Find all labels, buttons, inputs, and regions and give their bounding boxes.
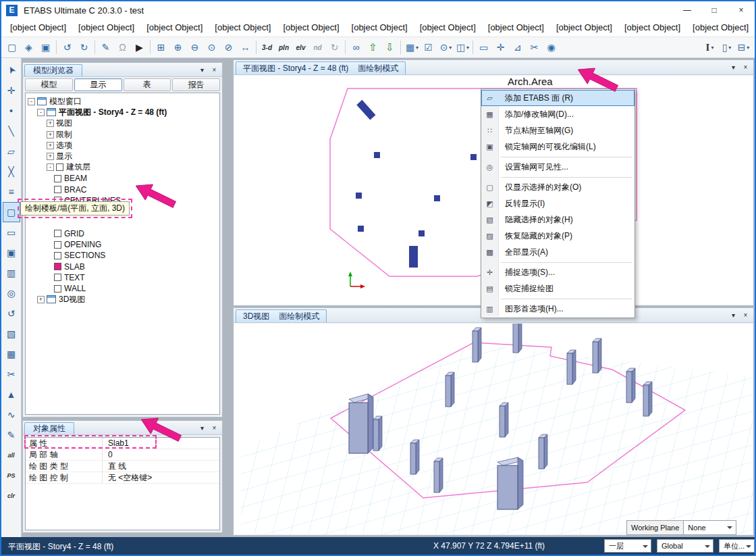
show-all-tool-icon[interactable]: all <box>3 445 20 465</box>
panel-close-icon[interactable]: × <box>209 423 219 433</box>
tree-expander-icon[interactable]: - <box>37 109 45 116</box>
panel-dropdown-icon[interactable]: ▾ <box>197 423 207 433</box>
run-analysis-icon[interactable]: ▶ <box>132 39 148 55</box>
story-up-icon[interactable]: ⇧ <box>365 39 382 55</box>
draw-frame-icon[interactable]: ╲ <box>3 121 20 141</box>
menu-snap-options[interactable]: ✛ 捕捉选项(S)... <box>481 264 634 280</box>
pin-tool-icon[interactable]: ▲ <box>3 384 20 405</box>
grid-tool-icon[interactable]: ▦ <box>3 344 20 364</box>
menu-item[interactable]: [object Object] <box>414 19 482 36</box>
story-down-icon[interactable]: ⇩ <box>382 39 399 55</box>
perspective-glasses-icon[interactable]: ∞ <box>348 39 365 55</box>
tree-expander-icon[interactable]: - <box>28 98 35 105</box>
tree-checkbox[interactable] <box>56 163 63 171</box>
quick-draw-frame-icon[interactable]: ▱ <box>3 141 20 161</box>
menu-item[interactable]: [object Object] <box>618 19 686 36</box>
rotate-view-icon[interactable]: ↻ <box>327 39 344 55</box>
tree-checkbox[interactable] <box>54 274 61 281</box>
tree-item[interactable]: GRID <box>26 228 219 239</box>
snap-point-icon[interactable]: ✛ <box>493 39 510 55</box>
tree-item[interactable]: + 显示 <box>26 151 219 161</box>
tree-expander-icon[interactable]: + <box>47 120 54 127</box>
menu-add-modify-grid[interactable]: ▦ 添加/修改轴网(D)... <box>481 106 634 122</box>
menu-show-selected-only[interactable]: ▢ 仅显示选择的对象(O) <box>481 179 634 195</box>
undo-icon[interactable]: ↺ <box>59 39 76 55</box>
section-cut-icon[interactable]: ✂ <box>526 39 543 55</box>
tree-item[interactable]: - 平面视图 - Story4 - Z = 48 (ft) <box>26 107 219 118</box>
measure-icon[interactable]: ⊿ <box>510 39 526 55</box>
tree-item[interactable]: WALL <box>26 283 219 294</box>
tree-checkbox[interactable] <box>54 186 61 193</box>
property-value[interactable]: Slab1 <box>103 438 129 448</box>
model-tree[interactable]: - 模型窗口 - 平面视图 - Story4 - Z = 48 (ft) + <box>25 93 220 415</box>
draw-opening-icon[interactable]: ◎ <box>3 283 20 303</box>
wall-section-icon[interactable]: ▯▾ <box>718 39 735 55</box>
zoom-previous-icon[interactable]: ⊘ <box>221 39 238 55</box>
tree-item[interactable]: TEXT <box>26 272 219 283</box>
wall-3d[interactable] <box>497 457 523 509</box>
tree-item[interactable]: CENTERLINES <box>26 195 219 206</box>
grid-options-icon[interactable]: ▦▾ <box>404 39 421 55</box>
quick-draw-floor-icon[interactable]: ▣ <box>3 243 20 263</box>
tree-item[interactable]: + 3D视图 <box>26 294 219 305</box>
tree-item[interactable]: BEAM <box>26 173 219 184</box>
model-browser-tab[interactable]: 报告 <box>172 78 220 91</box>
region-tool-icon[interactable]: ▧ <box>3 324 20 344</box>
minimize-button[interactable]: — <box>674 1 701 19</box>
menu-grid-visibility[interactable]: ◎ 设置轴网可见性... <box>481 159 634 175</box>
view-3d-canvas[interactable] <box>234 324 753 534</box>
tree-checkbox[interactable] <box>54 197 61 204</box>
panel-dropdown-icon[interactable]: ▾ <box>197 65 207 75</box>
tree-item[interactable]: + 限制 <box>26 129 219 140</box>
tree-checkbox[interactable] <box>54 175 61 182</box>
select-pointer-icon[interactable]: ➤ <box>3 60 20 80</box>
menu-lock-snap-draw[interactable]: ▤ 锁定捕捉绘图 <box>481 280 634 297</box>
model-browser-tab[interactable]: 表 <box>124 78 171 91</box>
menu-hide-selected[interactable]: ▧ 隐藏选择的对象(H) <box>481 211 634 228</box>
menu-show-all[interactable]: ▩ 全部显示(A) <box>481 244 634 260</box>
model-browser-tab[interactable]: 模型 <box>25 78 73 91</box>
tree-item[interactable]: SLAB <box>26 261 219 272</box>
story-select[interactable]: 一层 <box>604 539 651 553</box>
lock-model-icon[interactable]: Ω <box>115 39 132 55</box>
wall-3d[interactable] <box>349 394 373 453</box>
tree-checkbox[interactable] <box>54 241 61 249</box>
view-named-display-icon[interactable]: nd <box>310 39 327 55</box>
menu-add-etabs-area[interactable]: ▱ 添加 ETABS 面 (R) <box>481 90 634 106</box>
redo-icon[interactable]: ↻ <box>76 39 93 55</box>
tree-checkbox[interactable] <box>54 230 61 237</box>
tree-item[interactable]: OPENING <box>26 239 219 250</box>
maximize-button[interactable]: □ <box>701 1 728 19</box>
view-3d-icon[interactable]: 3-d <box>259 39 276 55</box>
object-display-icon[interactable]: ⊙▾ <box>437 39 454 55</box>
clear-display-tool-icon[interactable]: clr <box>3 486 20 506</box>
zoom-in-icon[interactable]: ⊕ <box>170 39 187 55</box>
menu-invert-display[interactable]: ◩ 反转显示(I) <box>481 195 634 211</box>
tree-checkbox[interactable] <box>54 285 61 293</box>
menu-item[interactable]: [object Object] <box>550 19 618 36</box>
plan-columns[interactable] <box>356 100 477 268</box>
property-value[interactable]: 0 <box>103 450 113 459</box>
zoom-window-icon[interactable]: ⊞ <box>153 39 170 55</box>
arc-tool-icon[interactable]: ↺ <box>3 303 20 324</box>
plan-view-tab[interactable]: 平面视图 - Story4 - Z = 48 (ft) 面绘制模式 <box>236 61 406 74</box>
menu-snap-node-to-grid[interactable]: ∷ 节点粘附至轴网(G) <box>481 122 634 138</box>
deck-section-icon[interactable]: ⊟▾ <box>735 39 752 55</box>
pan-icon[interactable]: ↔ <box>238 39 254 55</box>
menu-item[interactable]: [object Object] <box>209 19 277 36</box>
save-model-icon[interactable]: ▣ <box>38 39 55 55</box>
section-cut-tool-icon[interactable]: ✂ <box>3 364 20 384</box>
tree-expander-icon[interactable]: + <box>47 131 54 138</box>
display-check-icon[interactable]: ☑ <box>421 39 437 55</box>
property-row[interactable]: 绘 图 控 制 无 <空格键> <box>26 472 219 484</box>
panel-close-icon[interactable]: × <box>209 65 219 75</box>
menu-item[interactable]: [object Object] <box>140 19 209 36</box>
menu-item[interactable]: [object Object] <box>346 19 414 36</box>
view-dropdown-icon[interactable]: ▾ <box>728 62 738 72</box>
tree-item[interactable]: - 模型窗口 <box>26 96 219 107</box>
property-value[interactable]: 直 线 <box>103 461 126 472</box>
spline-tool-icon[interactable]: ∿ <box>3 405 20 425</box>
tree-item[interactable]: + 选项 <box>26 140 219 151</box>
i-beam-section-icon[interactable]: I▾ <box>701 39 718 55</box>
edit-pen-icon[interactable]: ✎ <box>98 39 115 55</box>
